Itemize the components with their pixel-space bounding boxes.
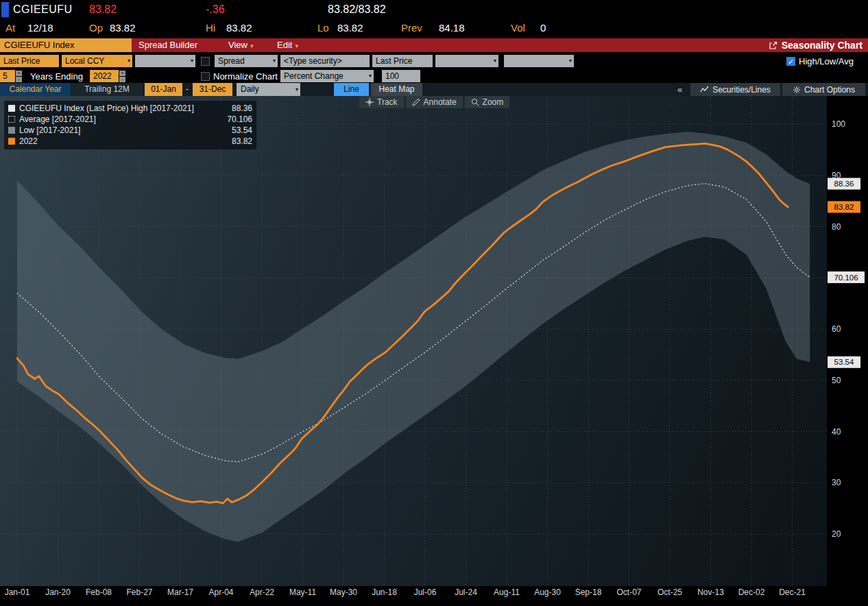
high-low-avg-label: High/Low/Avg (799, 54, 854, 69)
spread-label: Spread (218, 56, 245, 66)
spinner-down-icon: - (119, 77, 125, 82)
percent-change-dropdown[interactable]: Percent Change▾ (280, 70, 374, 82)
security-field[interactable]: CGIEEUFU Index (0, 38, 132, 52)
high-label: Hi (206, 22, 215, 34)
edit-menu-label: Edit (277, 40, 292, 50)
year-field[interactable]: 2022 (90, 70, 119, 82)
spinner-down-icon: - (16, 77, 22, 82)
range-start-field[interactable]: 01-Jan (145, 83, 182, 96)
export-icon[interactable] (769, 41, 777, 50)
spread-dropdown[interactable]: Spread▾ (215, 55, 278, 67)
chevron-down-icon: ▾ (128, 55, 130, 67)
securities-lines-button[interactable]: Securities/Lines (690, 83, 780, 96)
track-label: Track (377, 97, 398, 107)
collapse-panel-button[interactable]: « (677, 83, 682, 96)
track-button[interactable]: Track (359, 96, 404, 108)
low-value: 83.82 (337, 22, 363, 34)
edit-menu[interactable]: Edit▾ (277, 38, 298, 53)
chevron-down-icon: ▾ (250, 43, 254, 49)
chevron-down-icon: ▾ (273, 55, 276, 67)
function-title: Seasonality Chart (769, 38, 863, 52)
open-value: 83.82 (110, 22, 136, 34)
years-ending-label: Years Ending (30, 69, 83, 84)
legend-low-label: Low [2017-2021] (19, 125, 80, 135)
local-ccy-dropdown[interactable]: Local CCY▾ (62, 55, 132, 67)
toolbar-period: 5 +- Years Ending 2022 +- Normalize Char… (0, 69, 868, 82)
zoom-label: Zoom (483, 97, 504, 107)
at-label: At (5, 22, 15, 34)
x-axis-strip (0, 586, 868, 606)
legend-average-value: 70.106 (227, 114, 252, 124)
low-swatch-icon (8, 127, 15, 134)
normalize-chart-label: Normalize Chart (213, 69, 278, 84)
normalize-chart-checkbox[interactable] (201, 72, 210, 81)
percent-change-label: Percent Change (284, 71, 343, 81)
chevron-down-icon: ▾ (494, 55, 496, 67)
legend-2022-label: 2022 (19, 136, 38, 146)
years-count-value: 5 (3, 71, 8, 81)
chart-options-label: Chart Options (804, 85, 855, 95)
chevron-down-icon: ▾ (191, 55, 193, 67)
chart-legend: CGIEEUFU Index (Last Price) High [2017-2… (4, 101, 256, 149)
securities-lines-icon (700, 86, 709, 93)
function-menu-bar: CGIEEUFU Index Spread Builder View▾ Edit… (0, 38, 868, 52)
pencil-icon (412, 98, 420, 106)
years-count-field[interactable]: 5 (0, 70, 15, 82)
volume-label: Vol (511, 22, 525, 34)
toolbar-securities: Last Price Local CCY▾ ▾ Spread▾ <Type se… (0, 54, 868, 69)
years-count-spinner[interactable]: +- (16, 71, 22, 82)
current-year-swatch-icon (8, 138, 15, 145)
last-price-field[interactable]: Last Price (0, 55, 59, 67)
heat-map-view-button[interactable]: Heat Map (371, 83, 422, 96)
last-price-secondary-label: Last Price (376, 56, 412, 66)
type-security-input[interactable]: <Type security> (280, 55, 370, 67)
high-low-avg-checkbox[interactable]: ✓ (786, 57, 795, 66)
legend-high-label: CGIEEUFU Index (Last Price) High [2017-2… (19, 104, 194, 113)
y-axis-strip (827, 96, 868, 606)
legend-average-label: Average [2017-2021] (19, 114, 96, 124)
empty-dropdown-2[interactable]: ▾ (435, 55, 498, 67)
empty-dropdown-1[interactable]: ▾ (135, 55, 195, 67)
year-spinner[interactable]: +- (119, 71, 125, 82)
average-swatch-icon (8, 116, 15, 123)
spread-checkbox[interactable] (201, 57, 210, 66)
range-end-field[interactable]: 31-Dec (193, 83, 232, 96)
empty-dropdown-3[interactable]: ▾ (504, 55, 574, 67)
low-label: Lo (317, 22, 329, 34)
chart-options-button[interactable]: Chart Options (782, 83, 865, 96)
frequency-dropdown[interactable]: Daily▾ (237, 83, 300, 96)
last-price-secondary-field[interactable]: Last Price (372, 55, 433, 67)
tab-calendar-year[interactable]: Calendar Year (0, 83, 71, 96)
type-security-placeholder: <Type security> (284, 56, 342, 66)
legend-row-low: Low [2017-2021] 53.54 (8, 125, 252, 136)
year-value: 2022 (93, 71, 112, 81)
last-price-value: 83.82 (89, 3, 117, 16)
view-menu[interactable]: View▾ (228, 38, 253, 53)
gear-icon (793, 86, 801, 94)
range-dash: - (186, 83, 189, 96)
ticker-symbol: CGIEEUFU (13, 3, 73, 16)
chevron-down-icon: ▾ (569, 55, 572, 67)
spread-builder-menu[interactable]: Spread Builder (138, 38, 197, 52)
chevron-down-icon: ▾ (295, 43, 298, 49)
legend-2022-value: 83.82 (232, 136, 252, 146)
zoom-button[interactable]: Zoom (465, 96, 510, 108)
volume-value: 0 (540, 22, 546, 34)
chart-tab-bar: Calendar Year Trailing 12M 01-Jan - 31-D… (0, 83, 868, 96)
normalize-value: 100 (385, 71, 399, 81)
at-value: 12/18 (27, 22, 53, 34)
prev-value: 84.18 (439, 22, 465, 34)
open-label: Op (89, 22, 103, 34)
view-menu-label: View (228, 40, 248, 50)
line-view-button[interactable]: Line (334, 83, 369, 96)
chart-plot-area[interactable]: CGIEEUFU Index (Last Price) High [2017-2… (0, 96, 868, 606)
normalize-value-field[interactable]: 100 (382, 70, 420, 82)
chevron-down-icon: ▾ (369, 70, 372, 82)
annotate-button[interactable]: Annotate (406, 96, 463, 108)
tab-trailing-12m[interactable]: Trailing 12M (71, 83, 143, 96)
legend-row-average: Average [2017-2021] 70.106 (8, 114, 252, 125)
crosshair-icon (365, 98, 374, 106)
bid-ask-value: 83.82/83.82 (328, 3, 386, 16)
function-title-label: Seasonality Chart (782, 40, 863, 51)
price-change-value: -.36 (206, 3, 225, 16)
